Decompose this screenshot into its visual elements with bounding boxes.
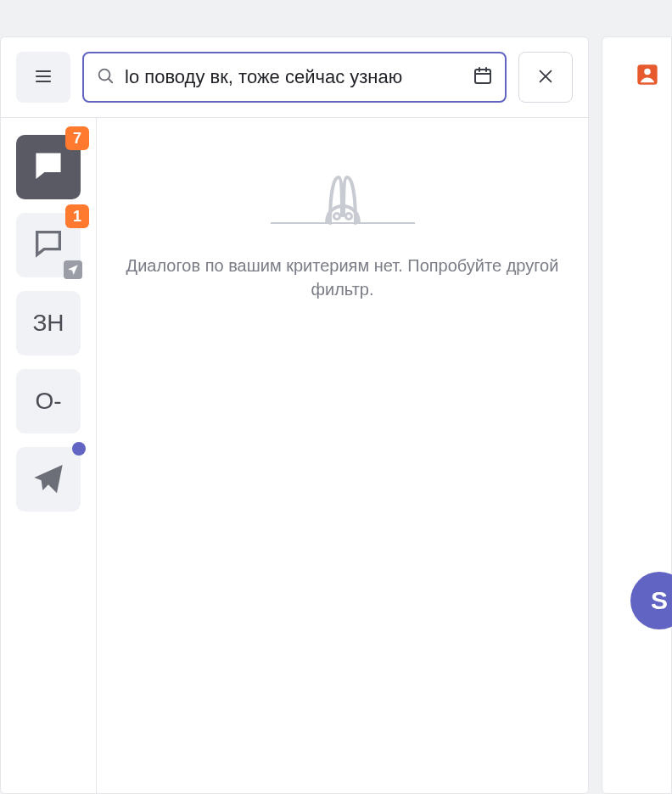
fab-letter: S xyxy=(651,586,668,615)
sidebar-tab-o[interactable]: О- xyxy=(16,369,81,433)
search-icon xyxy=(96,66,115,88)
svg-point-12 xyxy=(333,214,339,220)
notification-dot-icon xyxy=(72,442,86,456)
channel-sidebar: 7 1 ЗН xyxy=(1,118,97,793)
user-avatar-icon[interactable] xyxy=(636,63,659,87)
search-input[interactable] xyxy=(125,66,462,88)
svg-point-13 xyxy=(345,214,351,220)
svg-point-15 xyxy=(644,69,650,75)
svg-point-3 xyxy=(99,70,110,81)
svg-line-4 xyxy=(109,79,112,82)
details-panel: S xyxy=(602,36,672,794)
sidebar-tab-telegram[interactable] xyxy=(16,447,81,512)
chat-bubble-outline-icon xyxy=(31,226,65,264)
clear-search-button[interactable] xyxy=(518,52,573,103)
empty-state-message: Диалогов по вашим критериям нет. Попробу… xyxy=(122,254,563,301)
sidebar-tab-label: О- xyxy=(35,388,61,415)
sidebar-tab-secondary-chats[interactable]: 1 xyxy=(16,213,81,277)
hamburger-icon xyxy=(33,66,53,89)
mute-indicator-icon xyxy=(64,260,82,279)
paper-plane-icon xyxy=(31,461,65,498)
empty-state-illustration xyxy=(271,169,415,232)
search-field-wrapper[interactable] xyxy=(82,52,507,103)
dialogs-header xyxy=(1,37,588,118)
support-fab[interactable]: S xyxy=(630,572,672,629)
sidebar-tab-zn[interactable]: ЗН xyxy=(16,291,81,355)
sidebar-tab-label: ЗН xyxy=(32,310,64,337)
dialogs-list-area: Диалогов по вашим критериям нет. Попробу… xyxy=(97,118,588,793)
dialogs-panel: 7 1 ЗН xyxy=(0,36,589,794)
hamburger-menu-button[interactable] xyxy=(16,52,70,103)
svg-rect-5 xyxy=(475,70,490,83)
badge-count: 1 xyxy=(65,204,89,228)
calendar-icon[interactable] xyxy=(473,65,493,89)
badge-count: 7 xyxy=(65,126,89,150)
window-top-strip xyxy=(0,0,672,36)
chat-bubble-icon xyxy=(31,148,65,186)
sidebar-tab-chats[interactable]: 7 xyxy=(16,135,81,199)
close-icon xyxy=(536,67,555,88)
